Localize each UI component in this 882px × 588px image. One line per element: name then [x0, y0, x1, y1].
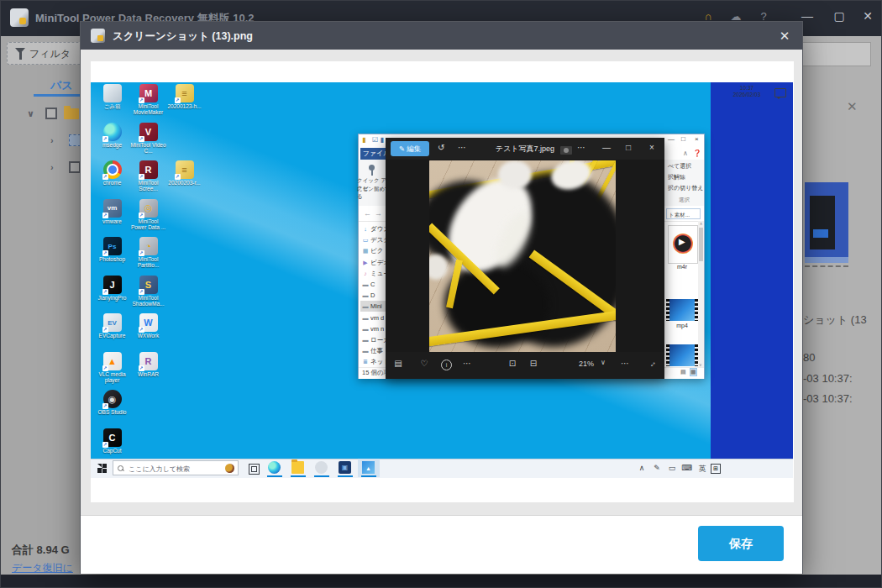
- filter-funnel-icon: [15, 48, 25, 54]
- more-icon-right[interactable]: ⋯: [577, 143, 585, 152]
- desktop-icon-MiniTool Scree...[interactable]: R↗MiniTool Scree...: [130, 160, 166, 192]
- explorer-minimize[interactable]: —: [668, 135, 675, 143]
- tree-checkbox[interactable]: [69, 161, 81, 173]
- nav-item-icon: ▬: [360, 312, 370, 323]
- thumbnail-view-icon[interactable]: ▦: [690, 369, 696, 375]
- explorer-help-icon[interactable]: ❓: [693, 150, 701, 157]
- desktop-icon-Photoshop[interactable]: Ps↗Photoshop: [94, 237, 130, 262]
- pin-icon: [369, 165, 375, 171]
- file-item-mp4-2[interactable]: [666, 344, 698, 366]
- desktop-icon-image: ↗: [103, 160, 122, 179]
- desktop-icon-20200123-h...[interactable]: ≡↗20200123-h...: [166, 84, 202, 109]
- toolbar-more-right-icon[interactable]: ⋯: [617, 359, 633, 368]
- explorer-search-box[interactable]: ト素材...: [666, 208, 701, 219]
- details-view-icon[interactable]: ▤: [680, 369, 686, 375]
- info-icon[interactable]: i: [441, 360, 452, 370]
- notification-center-icon[interactable]: [774, 88, 786, 97]
- shortcut-arrow-icon: ↗: [102, 136, 108, 142]
- ribbon-command-0[interactable]: べて選択: [668, 162, 691, 171]
- preview-stage: ごみ箱M↗MiniTool MovieMaker≡↗20200123-h...↗…: [91, 61, 794, 502]
- ime-language[interactable]: 英: [696, 464, 709, 475]
- zoom-level[interactable]: 21%: [579, 360, 594, 368]
- explorer-maximize[interactable]: □: [681, 135, 685, 143]
- qat-folder-icon: ▮: [362, 136, 365, 144]
- tree-checkbox-root[interactable]: [45, 108, 57, 119]
- filmstrip-icon[interactable]: ▤: [391, 359, 406, 368]
- dialog-file-icon: [91, 29, 105, 43]
- desktop-icon-WinRAR[interactable]: R↗WinRAR: [130, 352, 166, 377]
- explorer-close[interactable]: ×: [695, 135, 699, 143]
- shortcut-arrow-icon: ↗: [139, 213, 144, 218]
- ime-mode[interactable]: ⊞: [711, 464, 721, 474]
- file-thumbnail[interactable]: [805, 182, 848, 263]
- recovery-help-link[interactable]: データ復旧に: [12, 561, 73, 575]
- desktop-icon-msedge[interactable]: ↗msedge: [94, 123, 130, 148]
- taskbar-explorer[interactable]: [287, 459, 309, 477]
- dialog-close-button[interactable]: ✕: [777, 29, 792, 44]
- desktop-icon-OBS Studio[interactable]: ◉↗OBS Studio: [94, 390, 130, 415]
- app-maximize-button[interactable]: ▢: [830, 9, 848, 23]
- desktop-icon-MiniTool Power Data ...[interactable]: ◎↗MiniTool Power Data ...: [130, 199, 166, 230]
- desktop-icon-EVCapture[interactable]: EV↗EVCapture: [94, 313, 130, 339]
- nav-item-icon: ▶: [360, 257, 370, 268]
- zoom-fit-icon[interactable]: ⊟: [526, 359, 541, 368]
- tree-expand-caret3[interactable]: ›: [50, 162, 54, 172]
- search-input-partial[interactable]: [803, 42, 871, 66]
- desktop-icon-JianyingPro[interactable]: J↗JianyingPro: [94, 276, 130, 301]
- slideshow-icon[interactable]: [560, 146, 572, 155]
- clock-time: 10:37: [726, 85, 768, 92]
- ribbon-collapse-icon[interactable]: ∧: [683, 150, 688, 157]
- ribbon-command-1[interactable]: 択解除: [668, 173, 685, 181]
- desktop-icon-CapCut[interactable]: C↗CapCut: [94, 428, 130, 454]
- task-view-button[interactable]: [249, 464, 260, 475]
- desktop-icon-vmware[interactable]: vm↗vmware: [94, 199, 130, 224]
- tree-expand-caret[interactable]: ∨: [27, 108, 34, 119]
- file-item-m4r[interactable]: [668, 225, 698, 264]
- info-filename-fragment: ショット (13: [803, 312, 867, 328]
- explorer-scrollbar[interactable]: ∧∨: [698, 221, 704, 367]
- tray-chevron-icon[interactable]: ∧: [635, 464, 648, 472]
- desktop-icon-ごみ箱[interactable]: ごみ箱: [94, 84, 130, 109]
- taskbar-clock[interactable]: 10:37 2026/02/03: [726, 85, 768, 99]
- desktop-icon-chrome[interactable]: ↗chrome: [94, 160, 130, 186]
- shortcut-arrow-icon: ↗: [102, 250, 108, 256]
- tree-expand-caret2[interactable]: ›: [50, 135, 54, 145]
- file-info-panel: [803, 36, 881, 575]
- keyboard-icon[interactable]: ⌨: [680, 464, 694, 472]
- taskbar-edge[interactable]: [264, 459, 286, 477]
- photos-minimize[interactable]: —: [602, 143, 611, 152]
- panel-close-icon[interactable]: ✕: [847, 99, 858, 114]
- save-button[interactable]: 保存: [698, 526, 784, 561]
- photos-close[interactable]: ×: [649, 143, 654, 152]
- nav-back-forward-icons[interactable]: ←→: [364, 209, 386, 218]
- desktop-icon-MiniTool ShadowMa...[interactable]: S↗MiniTool ShadowMa...: [130, 276, 166, 307]
- toolbar-more-icon[interactable]: ⋯: [459, 359, 475, 368]
- favorite-heart-icon[interactable]: ♡: [417, 359, 432, 368]
- zoom-chevron-icon[interactable]: ∨: [596, 359, 611, 366]
- desktop-icon-20200203-r...[interactable]: ≡↗20200203-r...: [166, 160, 202, 186]
- taskbar-photos-active[interactable]: ▲: [358, 459, 380, 477]
- ribbon-command-2[interactable]: 択の切り替え: [668, 184, 704, 192]
- file-item-mp4[interactable]: [666, 299, 698, 321]
- desktop-icon-WXWork[interactable]: W↗WXWork: [130, 313, 166, 339]
- taskbar-search-box[interactable]: ここに入力して検索: [113, 460, 239, 475]
- shortcut-arrow-icon: ↗: [102, 327, 108, 333]
- desktop-icon-MiniTool MovieMaker[interactable]: M↗MiniTool MovieMaker: [130, 84, 166, 115]
- app-close-button[interactable]: ✕: [858, 9, 877, 23]
- desktop-icon-MiniTool Video C...[interactable]: V↗MiniTool Video C...: [130, 123, 166, 154]
- taskbar-app-ghost[interactable]: [311, 459, 333, 477]
- taskbar-app-dark[interactable]: ▣: [334, 459, 356, 477]
- desktop-icon-label: MiniTool Power Data ...: [130, 218, 166, 230]
- desktop-icon-MiniTool Partitio...[interactable]: ◔↗MiniTool Partitio...: [130, 237, 166, 268]
- tab-path[interactable]: パス: [50, 78, 73, 93]
- desktop-icon-VLC media player[interactable]: ▲↗VLC media player: [94, 352, 130, 383]
- shortcut-arrow-icon: ↗: [102, 213, 108, 218]
- nav-item-label: 仕事: [370, 347, 383, 354]
- photos-maximize[interactable]: □: [626, 143, 631, 152]
- monitor-icon[interactable]: ▭: [665, 464, 679, 472]
- desktop-icon-image: ↗: [103, 123, 122, 141]
- nav-item-icon: ▬: [360, 334, 370, 345]
- zoom-out-icon[interactable]: ⊡: [505, 359, 520, 368]
- tree-checkbox-selected[interactable]: [69, 134, 81, 146]
- pen-icon[interactable]: ✎: [650, 464, 664, 472]
